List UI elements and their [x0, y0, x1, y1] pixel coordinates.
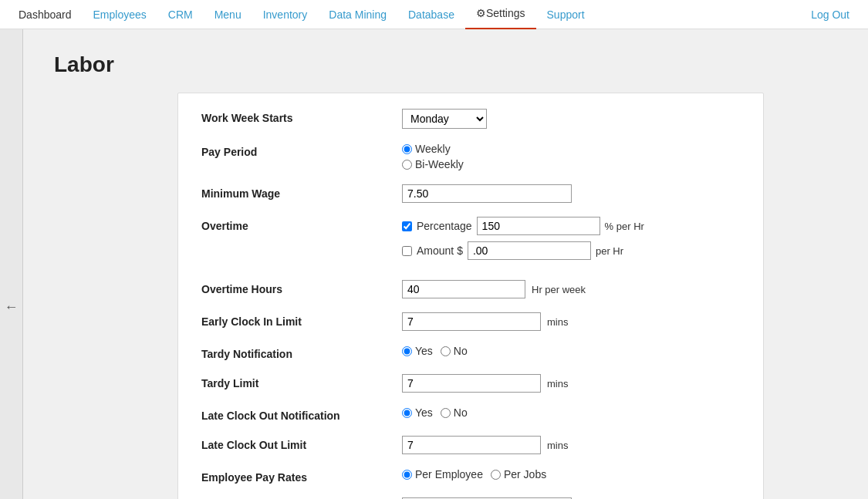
late-clock-out-yes-radio[interactable]	[402, 408, 412, 418]
per-jobs-radio[interactable]	[491, 470, 501, 480]
late-clock-out-yes-label: Yes	[415, 406, 433, 419]
page-layout: ← Labor Work Week Starts Monday Tuesday …	[0, 29, 868, 499]
overtime-row: Overtime Percentage % per Hr Amount $ pe…	[201, 217, 740, 266]
per-employee-option[interactable]: Per Employee	[402, 468, 483, 480]
tardy-notification-row: Tardy Notification Yes No	[201, 345, 740, 360]
tardy-notification-label: Tardy Notification	[201, 345, 402, 360]
tardy-no-option[interactable]: No	[441, 345, 468, 357]
minimum-wage-label: Minimum Wage	[201, 184, 402, 200]
pay-period-biweekly-radio[interactable]	[402, 160, 412, 170]
tardy-limit-control: mins	[402, 374, 740, 393]
late-clock-out-limit-row: Late Clock Out Limit mins	[201, 436, 740, 454]
late-clock-out-no-radio[interactable]	[441, 408, 451, 418]
overtime-percentage-input[interactable]	[477, 217, 600, 235]
minimum-wage-row: Minimum Wage	[201, 184, 740, 203]
nav-dashboard[interactable]: Dashboard	[8, 0, 83, 29]
late-clock-out-yes-option[interactable]: Yes	[402, 406, 433, 419]
late-clock-out-limit-control: mins	[402, 436, 740, 454]
labor-form-card: Work Week Starts Monday Tuesday Wednesda…	[177, 93, 764, 499]
pay-period-control: Weekly Bi-Weekly	[402, 143, 740, 170]
late-clock-out-notification-row: Late Clock Out Notification Yes No	[201, 406, 740, 422]
tardy-no-radio[interactable]	[441, 346, 451, 356]
late-clock-out-notification-label: Late Clock Out Notification	[201, 406, 402, 422]
overtime-percentage-label: Percentage	[417, 220, 472, 232]
employee-pay-rates-control: Per Employee Per Jobs	[402, 468, 740, 480]
pay-period-row: Pay Period Weekly Bi-Weekly	[201, 143, 740, 170]
late-clock-out-limit-input[interactable]	[402, 436, 541, 454]
tardy-limit-row: Tardy Limit mins	[201, 374, 740, 393]
work-week-select[interactable]: Monday Tuesday Wednesday Thursday Friday…	[402, 109, 487, 129]
pay-period-biweekly-label: Bi-Weekly	[415, 158, 464, 170]
logout-link[interactable]: Log Out	[800, 0, 860, 29]
tardy-yes-radio[interactable]	[402, 346, 412, 356]
overtime-percentage-unit: % per Hr	[605, 221, 644, 232]
overtime-hours-label: Overtime Hours	[201, 280, 402, 295]
minimum-wage-input[interactable]	[402, 184, 572, 203]
per-employee-label: Per Employee	[415, 468, 483, 480]
late-clock-out-no-label: No	[454, 406, 468, 419]
pay-period-weekly-label: Weekly	[415, 143, 451, 155]
main-nav: Dashboard Employees CRM Menu Inventory D…	[0, 0, 868, 29]
tardy-yes-label: Yes	[415, 345, 433, 357]
tardy-no-label: No	[454, 345, 468, 357]
page-title: Labor	[54, 52, 837, 77]
tardy-limit-unit: mins	[547, 378, 568, 389]
per-jobs-label: Per Jobs	[504, 468, 546, 480]
minimum-wage-control	[402, 184, 740, 203]
late-clock-out-no-option[interactable]: No	[441, 406, 468, 419]
nav-menu[interactable]: Menu	[204, 0, 252, 29]
main-content: Labor Work Week Starts Monday Tuesday We…	[23, 29, 868, 499]
employee-pay-rates-label: Employee Pay Rates	[201, 468, 402, 484]
overtime-amount-checkbox[interactable]	[402, 246, 412, 256]
work-week-label: Work Week Starts	[201, 109, 402, 124]
early-clock-in-input[interactable]	[402, 312, 541, 331]
tardy-yes-option[interactable]: Yes	[402, 345, 433, 357]
per-jobs-option[interactable]: Per Jobs	[491, 468, 546, 480]
pay-period-label: Pay Period	[201, 143, 402, 158]
tardy-notification-control: Yes No	[402, 345, 740, 357]
nav-database[interactable]: Database	[397, 0, 465, 29]
nav-employees[interactable]: Employees	[83, 0, 157, 29]
pay-period-biweekly-option[interactable]: Bi-Weekly	[402, 158, 740, 170]
nav-data-mining[interactable]: Data Mining	[318, 0, 397, 29]
tardy-limit-label: Tardy Limit	[201, 374, 402, 389]
nav-crm[interactable]: CRM	[157, 0, 204, 29]
late-clock-out-limit-label: Late Clock Out Limit	[201, 436, 402, 451]
overtime-amount-input[interactable]	[468, 241, 591, 260]
overtime-percentage-checkbox[interactable]	[402, 221, 412, 231]
overtime-amount-row: Amount $ per Hr	[402, 241, 740, 260]
gear-icon: ⚙	[476, 7, 486, 19]
sidebar: ←	[0, 29, 23, 499]
tardy-limit-input[interactable]	[402, 374, 541, 393]
early-clock-in-unit: mins	[547, 316, 568, 328]
early-clock-in-row: Early Clock In Limit mins	[201, 312, 740, 331]
pay-period-weekly-option[interactable]: Weekly	[402, 143, 740, 155]
overtime-hours-input[interactable]	[402, 280, 525, 298]
overtime-percentage-row: Percentage % per Hr	[402, 217, 740, 235]
work-week-row: Work Week Starts Monday Tuesday Wednesda…	[201, 109, 740, 129]
nav-inventory[interactable]: Inventory	[252, 0, 319, 29]
nav-settings[interactable]: ⚙Settings	[465, 0, 536, 30]
nav-support[interactable]: Support	[536, 0, 596, 29]
overtime-control: Percentage % per Hr Amount $ per Hr	[402, 217, 740, 266]
overtime-hours-control: Hr per week	[402, 280, 740, 298]
late-clock-out-limit-unit: mins	[547, 440, 568, 451]
employee-pay-rates-row: Employee Pay Rates Per Employee Per Jobs	[201, 468, 740, 484]
per-employee-radio[interactable]	[402, 470, 412, 480]
early-clock-in-control: mins	[402, 312, 740, 331]
work-week-control: Monday Tuesday Wednesday Thursday Friday…	[402, 109, 740, 129]
sidebar-collapse-arrow[interactable]: ←	[5, 299, 19, 315]
overtime-hours-row: Overtime Hours Hr per week	[201, 280, 740, 298]
overtime-label: Overtime	[201, 217, 402, 232]
late-clock-out-notification-control: Yes No	[402, 406, 740, 419]
overtime-amount-label: Amount $	[417, 244, 463, 257]
overtime-hours-unit: Hr per week	[532, 284, 586, 295]
overtime-amount-unit: per Hr	[596, 245, 623, 257]
pay-period-weekly-radio[interactable]	[402, 144, 412, 154]
early-clock-in-label: Early Clock In Limit	[201, 312, 402, 328]
